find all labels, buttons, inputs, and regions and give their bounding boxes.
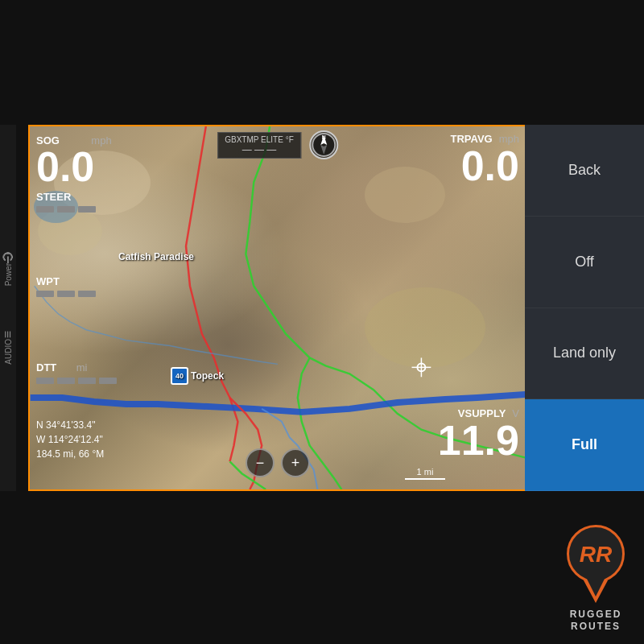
power-icon: ⏻	[2, 252, 14, 263]
menu-item-back[interactable]: Back	[525, 125, 644, 217]
app: ⏻ Power ≡ AUDIO	[0, 0, 644, 644]
audio-icon: ≡	[1, 331, 15, 338]
left-side-panel: ⏻ Power ≡ AUDIO	[0, 125, 16, 491]
menu-item-land-only[interactable]: Land only	[525, 308, 644, 400]
brand-line2: ROUTES	[570, 621, 622, 632]
map-routes-svg	[30, 126, 526, 489]
logo-circle: RR	[567, 525, 625, 583]
audio-label: AUDIO	[4, 339, 13, 365]
brand-line1: RUGGED	[570, 609, 622, 620]
power-label: Power	[4, 263, 13, 286]
svg-text:RR: RR	[580, 542, 613, 567]
bottom-area	[0, 519, 644, 644]
brand-name: RUGGED ROUTES	[570, 609, 622, 632]
logo-inner-point	[587, 579, 605, 597]
right-panel: Back Off Land only Full	[525, 125, 644, 491]
menu-item-off[interactable]: Off	[525, 217, 644, 308]
logo-pin: RR	[559, 525, 632, 605]
map-panel: GBXTMP ELITE °F — — — N SOG mph	[28, 125, 527, 491]
menu-item-full[interactable]: Full	[525, 399, 644, 491]
top-area	[0, 0, 644, 125]
logo-container: RR RUGGED ROUTES	[559, 525, 632, 632]
